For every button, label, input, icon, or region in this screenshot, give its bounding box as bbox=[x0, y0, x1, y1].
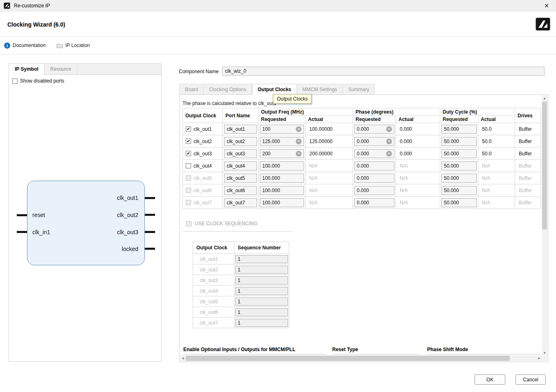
table-row: clk_out71 bbox=[193, 318, 289, 328]
clk-out2-checkbox[interactable] bbox=[186, 139, 191, 144]
clear-icon[interactable] bbox=[386, 126, 392, 132]
duty-requested-input[interactable]: 50.000 bbox=[441, 186, 477, 195]
clk-out1-checkbox[interactable] bbox=[186, 126, 191, 132]
drives-value: Buffer bbox=[516, 163, 532, 169]
tab-resource[interactable]: Resource bbox=[45, 64, 77, 74]
vertical-scrollbar[interactable]: ▲ ▼ bbox=[542, 95, 547, 356]
duty-requested-input[interactable]: 50.000 bbox=[441, 137, 477, 146]
horizontal-scrollbar-thumb[interactable] bbox=[186, 356, 510, 361]
folder-icon bbox=[56, 43, 63, 48]
scroll-right-icon[interactable]: ► bbox=[536, 355, 542, 361]
freq-actual-value: 100.00000 bbox=[307, 126, 333, 132]
use-clock-sequencing-row: USE CLOCK SEQUENCING bbox=[186, 221, 257, 226]
phase-requested-input[interactable]: 0.000 bbox=[354, 174, 394, 183]
port-name-value: clk_out7 bbox=[227, 200, 245, 206]
phase-requested-input[interactable]: 0.000 bbox=[354, 149, 394, 158]
vertical-scrollbar-thumb[interactable] bbox=[542, 102, 547, 229]
phase-requested-input[interactable]: 0.000 bbox=[354, 125, 394, 134]
clear-icon[interactable] bbox=[296, 151, 302, 157]
table-row: clk_out4 clk_out4 100.000 N/A 0.000 N/A … bbox=[183, 160, 541, 172]
close-icon[interactable]: ✕ bbox=[541, 2, 552, 9]
clear-icon[interactable] bbox=[386, 139, 392, 144]
sequence-number-value: 1 bbox=[238, 278, 241, 283]
drives-value: Buffer bbox=[516, 151, 532, 157]
port-name-input[interactable]: clk_out1 bbox=[224, 125, 257, 134]
seq-col-header-sequence-number: Sequence Number bbox=[234, 242, 289, 254]
phase-requested-input[interactable]: 0.000 bbox=[354, 137, 394, 146]
duty-requested-value: 50.000 bbox=[444, 188, 459, 193]
phase-requested-input[interactable]: 0.000 bbox=[354, 186, 394, 195]
port-name-input[interactable]: clk_out2 bbox=[224, 137, 257, 146]
phase-requested-input[interactable]: 0.000 bbox=[354, 198, 394, 207]
duty-requested-input[interactable]: 50.000 bbox=[441, 198, 477, 207]
col-group-output-freq: Output Freq (MHz) bbox=[259, 108, 353, 116]
sequence-number-input: 1 bbox=[235, 298, 288, 306]
duty-requested-input[interactable]: 50.000 bbox=[441, 125, 477, 134]
col-header-duty-actual: Actual bbox=[478, 116, 515, 123]
freq-requested-input[interactable]: 100.000 bbox=[260, 198, 304, 207]
freq-requested-value: 100.000 bbox=[262, 163, 280, 169]
phase-requested-value: 0.000 bbox=[357, 139, 369, 144]
sequence-number-input: 1 bbox=[235, 287, 288, 295]
duty-requested-input[interactable]: 50.000 bbox=[441, 149, 477, 158]
port-name-input[interactable]: clk_out4 bbox=[224, 161, 257, 170]
tab-output-clocks[interactable]: Output Clocks bbox=[252, 84, 297, 95]
freq-requested-input[interactable]: 100.000 bbox=[260, 161, 304, 170]
phase-requested-value: 0.000 bbox=[357, 126, 369, 132]
freq-actual-value: N/A bbox=[307, 188, 317, 193]
phase-requested-value: 0.000 bbox=[357, 175, 369, 181]
freq-requested-input[interactable]: 200 bbox=[260, 149, 304, 158]
clk-out3-checkbox[interactable] bbox=[186, 151, 191, 156]
tab-ip-symbol[interactable]: IP Symbol bbox=[9, 64, 45, 75]
use-clock-sequencing-checkbox bbox=[186, 221, 191, 226]
port-name-input[interactable]: clk_out3 bbox=[224, 149, 257, 158]
ok-button[interactable]: OK bbox=[475, 374, 505, 385]
table-row: clk_out1 clk_out1 100 100.00000 0.000 0.… bbox=[183, 123, 541, 135]
output-clock-label: clk_out7 bbox=[194, 200, 212, 206]
ip-location-button[interactable]: IP Location bbox=[56, 43, 90, 48]
tab-board[interactable]: Board bbox=[179, 84, 204, 95]
freq-requested-value: 100.000 bbox=[262, 188, 280, 193]
scroll-left-icon[interactable]: ◄ bbox=[180, 355, 186, 361]
duty-requested-input[interactable]: 50.000 bbox=[441, 174, 477, 183]
port-name-input[interactable]: clk_out5 bbox=[224, 174, 257, 183]
phase-requested-value: 0.000 bbox=[357, 200, 369, 206]
cancel-button[interactable]: Cancel bbox=[515, 374, 546, 385]
port-name-value: clk_out6 bbox=[227, 188, 245, 193]
dialog-toolbar: i Documentation IP Location bbox=[0, 37, 556, 54]
freq-requested-input[interactable]: 100.000 bbox=[260, 186, 304, 195]
tab-mmcm-settings[interactable]: MMCM Settings bbox=[297, 84, 343, 95]
show-disabled-ports-checkbox[interactable] bbox=[12, 78, 18, 84]
col-header-drives: Drives bbox=[515, 108, 541, 123]
port-label-clk-in1: clk_in1 bbox=[32, 229, 50, 235]
duty-requested-value: 50.000 bbox=[444, 163, 459, 169]
tab-summary[interactable]: Summary bbox=[343, 84, 375, 95]
info-icon: i bbox=[4, 43, 10, 49]
freq-requested-input[interactable]: 100 bbox=[260, 125, 304, 134]
section-optional-io: Enable Optional Inputs / Outputs for MMC… bbox=[183, 347, 295, 352]
clear-icon[interactable] bbox=[386, 151, 392, 157]
freq-requested-input[interactable]: 125.000 bbox=[260, 137, 304, 146]
freq-requested-input[interactable]: 100.000 bbox=[260, 174, 304, 183]
port-name-input[interactable]: clk_out7 bbox=[224, 198, 257, 207]
scroll-down-icon[interactable]: ▼ bbox=[542, 350, 547, 356]
phase-requested-input[interactable]: 0.000 bbox=[354, 161, 394, 170]
freq-requested-value: 100.000 bbox=[262, 200, 280, 206]
port-name-input[interactable]: clk_out6 bbox=[224, 186, 257, 195]
clear-icon[interactable] bbox=[296, 126, 302, 132]
duty-requested-value: 50.000 bbox=[444, 126, 459, 132]
horizontal-scrollbar[interactable]: ◄ ► bbox=[180, 355, 542, 361]
clk-out2-port-stub bbox=[145, 214, 155, 216]
component-name-input[interactable]: clk_wiz_0 bbox=[222, 67, 545, 76]
tab-clocking-options[interactable]: Clocking Options bbox=[204, 84, 252, 95]
documentation-button[interactable]: i Documentation bbox=[4, 43, 46, 49]
port-label-clk-out1: clk_out1 bbox=[117, 195, 138, 201]
seq-clock-label: clk_out3 bbox=[193, 275, 234, 286]
clk-in1-port-stub bbox=[17, 231, 27, 233]
duty-requested-input[interactable]: 50.000 bbox=[441, 161, 477, 170]
phase-requested-value: 0.000 bbox=[357, 163, 369, 169]
clear-icon[interactable] bbox=[296, 139, 302, 144]
clk-out4-checkbox[interactable] bbox=[186, 163, 191, 168]
reset-port-stub bbox=[17, 214, 27, 216]
scroll-up-icon[interactable]: ▲ bbox=[542, 95, 547, 101]
